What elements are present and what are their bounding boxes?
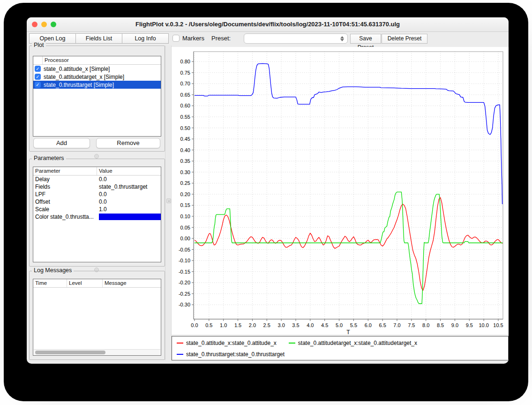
legend-row: state_0.attitude_x:state_0.attitude_xsta… bbox=[172, 338, 508, 348]
combo-stepper-icon[interactable] bbox=[339, 35, 345, 42]
preset-label: Preset: bbox=[211, 35, 231, 42]
svg-text:9.0: 9.0 bbox=[451, 322, 458, 328]
parameter-row[interactable]: Delay0.0 bbox=[33, 176, 161, 183]
parameter-row[interactable]: Fieldsstate_0.thrusttarget bbox=[33, 183, 161, 191]
legend-label: state_0.attitudetarget_x:state_0.attitud… bbox=[298, 340, 417, 346]
svg-text:0.0: 0.0 bbox=[191, 322, 198, 328]
legend-line-swatch bbox=[177, 343, 183, 344]
value-column-header: Value bbox=[97, 167, 161, 175]
svg-text:0.30: 0.30 bbox=[180, 169, 190, 175]
plot-series-row[interactable]: ✓state_0.attitudetarget_x [Simple] bbox=[33, 73, 161, 81]
titlebar: FlightPlot v.0.3.2 - /Users/oleg/Documen… bbox=[27, 17, 509, 32]
log-messages-groupbox: Log Messages Time Level Message bbox=[29, 271, 165, 360]
legend-label: state_0.thrusttarget:state_0.thrusttarge… bbox=[186, 351, 285, 358]
vertical-splitter[interactable] bbox=[165, 46, 172, 360]
svg-text:0.65: 0.65 bbox=[180, 92, 190, 98]
svg-text:-0.05: -0.05 bbox=[179, 247, 190, 252]
remove-button[interactable]: Remove bbox=[96, 138, 160, 148]
parameters-groupbox: Parameters Parameter Value Delay0.0Field… bbox=[29, 159, 165, 267]
checked-checkbox-icon[interactable]: ✓ bbox=[35, 82, 41, 88]
svg-text:T: T bbox=[346, 329, 350, 335]
svg-text:0.60: 0.60 bbox=[180, 103, 190, 108]
svg-text:0.45: 0.45 bbox=[180, 136, 190, 142]
parameter-value[interactable]: 0.0 bbox=[97, 176, 161, 183]
scrollbar-thumb[interactable] bbox=[35, 351, 105, 354]
plot-list-body: ✓state_0.attitude_x [Simple]✓state_0.att… bbox=[33, 65, 161, 89]
splitter-handle[interactable] bbox=[94, 154, 99, 159]
parameter-row-color[interactable]: Color state_0.thrustta... bbox=[33, 213, 161, 221]
save-preset-button[interactable]: Save Preset bbox=[350, 34, 381, 44]
svg-text:9.5: 9.5 bbox=[466, 322, 473, 328]
plot-series-row[interactable]: ✓state_0.thrusttarget [Simple] bbox=[33, 81, 161, 89]
parameter-value[interactable]: state_0.thrusttarget bbox=[97, 183, 161, 190]
parameters-rows: Delay0.0Fieldsstate_0.thrusttargetLPF0.0… bbox=[33, 176, 161, 221]
svg-text:5.0: 5.0 bbox=[336, 322, 343, 328]
parameters-table-header: Parameter Value bbox=[33, 167, 161, 176]
svg-text:7.0: 7.0 bbox=[393, 322, 400, 328]
flightplot-window: FlightPlot v.0.3.2 - /Users/oleg/Documen… bbox=[27, 17, 509, 364]
parameter-name: LPF bbox=[33, 191, 97, 198]
svg-text:0.05: 0.05 bbox=[180, 225, 190, 230]
svg-text:0.55: 0.55 bbox=[180, 114, 190, 120]
color-swatch[interactable] bbox=[99, 214, 161, 220]
flight-chart[interactable]: -0.30-0.25-0.20-0.15-0.10-0.050.000.050.… bbox=[172, 47, 509, 335]
svg-text:8.5: 8.5 bbox=[437, 322, 444, 328]
svg-text:6.5: 6.5 bbox=[379, 322, 386, 328]
svg-text:10.0: 10.0 bbox=[479, 322, 488, 328]
chart-legend: state_0.attitude_x:state_0.attitude_xsta… bbox=[172, 336, 509, 360]
parameter-row[interactable]: Scale1.0 bbox=[33, 206, 161, 213]
parameter-name: Scale bbox=[33, 206, 97, 213]
svg-text:-0.30: -0.30 bbox=[179, 302, 190, 307]
preset-combobox[interactable] bbox=[244, 33, 348, 44]
plot-series-row[interactable]: ✓state_0.attitude_x [Simple] bbox=[33, 65, 161, 73]
svg-text:0.75: 0.75 bbox=[180, 70, 190, 76]
parameter-name: Color state_0.thrustta... bbox=[33, 214, 97, 220]
plot-groupbox: Plot Processor ✓state_0.attitude_x [Simp… bbox=[29, 46, 165, 152]
svg-text:0.50: 0.50 bbox=[180, 125, 190, 131]
parameter-row[interactable]: LPF0.0 bbox=[33, 191, 161, 198]
svg-text:3.0: 3.0 bbox=[277, 322, 285, 328]
add-button[interactable]: Add bbox=[33, 138, 90, 148]
svg-text:0.00: 0.00 bbox=[180, 236, 190, 241]
legend-entry: state_0.attitude_x:state_0.attitude_x bbox=[177, 340, 277, 346]
svg-text:0.10: 0.10 bbox=[180, 214, 190, 219]
markers-label: Markers bbox=[182, 35, 204, 42]
parameter-value[interactable]: 0.0 bbox=[97, 199, 161, 205]
legend-row: state_0.thrusttarget:state_0.thrusttarge… bbox=[172, 350, 508, 359]
time-column-header: Time bbox=[33, 279, 67, 287]
parameter-value[interactable]: 0.0 bbox=[97, 191, 161, 198]
parameters-table[interactable]: Parameter Value Delay0.0Fieldsstate_0.th… bbox=[33, 167, 161, 262]
checked-checkbox-icon[interactable]: ✓ bbox=[35, 74, 41, 80]
splitter-handle[interactable] bbox=[166, 199, 171, 203]
parameter-name: Fields bbox=[33, 183, 97, 190]
svg-text:5.5: 5.5 bbox=[350, 322, 357, 328]
message-column-header: Message bbox=[103, 279, 161, 287]
svg-text:0.35: 0.35 bbox=[180, 158, 190, 164]
legend-entry: state_0.attitudetarget_x:state_0.attitud… bbox=[289, 340, 417, 346]
parameter-name: Offset bbox=[33, 199, 97, 205]
chart-panel[interactable]: -0.30-0.25-0.20-0.15-0.10-0.050.000.050.… bbox=[172, 47, 509, 335]
svg-text:0.40: 0.40 bbox=[180, 147, 190, 153]
svg-text:0.80: 0.80 bbox=[180, 59, 190, 64]
plot-series-label: state_0.thrusttarget [Simple] bbox=[44, 82, 114, 88]
fields-list-button[interactable]: Fields List bbox=[75, 33, 122, 44]
log-messages-table[interactable]: Time Level Message bbox=[33, 279, 161, 356]
legend-label: state_0.attitude_x:state_0.attitude_x bbox=[186, 340, 277, 346]
svg-text:8.0: 8.0 bbox=[422, 322, 429, 328]
parameter-value[interactable]: 1.0 bbox=[97, 206, 161, 213]
plot-groupbox-title: Plot bbox=[32, 42, 46, 48]
parameter-row[interactable]: Offset0.0 bbox=[33, 198, 161, 206]
svg-text:2.0: 2.0 bbox=[249, 322, 256, 328]
window-title: FlightPlot v.0.3.2 - /Users/oleg/Documen… bbox=[27, 17, 509, 31]
svg-text:10.5: 10.5 bbox=[493, 322, 503, 328]
svg-text:0.20: 0.20 bbox=[180, 191, 190, 197]
markers-checkbox[interactable] bbox=[172, 35, 180, 42]
horizontal-scrollbar[interactable] bbox=[34, 349, 160, 355]
log-table-header: Time Level Message bbox=[33, 279, 161, 288]
parameter-name: Delay bbox=[33, 176, 97, 183]
log-info-button[interactable]: Log Info bbox=[122, 33, 169, 44]
svg-text:0.70: 0.70 bbox=[180, 81, 190, 86]
delete-preset-button[interactable]: Delete Preset bbox=[382, 34, 427, 44]
checked-checkbox-icon[interactable]: ✓ bbox=[35, 66, 41, 72]
plot-series-table[interactable]: Processor ✓state_0.attitude_x [Simple]✓s… bbox=[33, 56, 161, 137]
